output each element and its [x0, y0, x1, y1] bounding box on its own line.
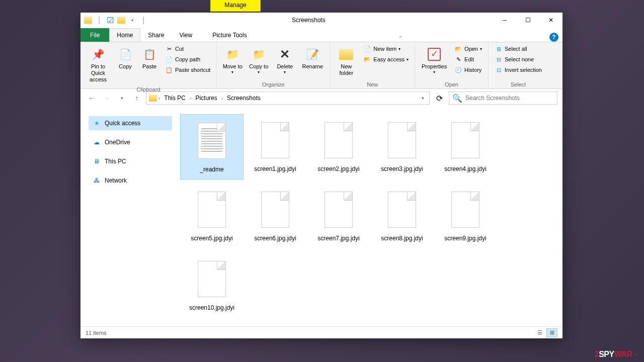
help-icon[interactable]: ?: [549, 33, 558, 42]
group-new-label: New: [334, 80, 411, 87]
window-controls: ─ ☐ ✕: [493, 13, 562, 28]
qat-dropdown-icon[interactable]: ▾: [128, 16, 137, 25]
file-label: screen1.jpg.jdyi: [254, 165, 296, 172]
group-open-label: Open: [419, 80, 484, 87]
file-item[interactable]: screen1.jpg.jdyi: [244, 114, 307, 179]
forward-button[interactable]: →: [101, 92, 113, 104]
file-item[interactable]: screen5.jpg.jdyi: [180, 184, 244, 249]
tab-view[interactable]: View: [172, 28, 200, 42]
crumb-screenshots[interactable]: Screenshots: [224, 94, 264, 103]
address-dropdown-icon[interactable]: ▾: [419, 96, 427, 101]
chevron-down-icon: ▾: [433, 70, 435, 75]
folder-icon: [84, 16, 93, 25]
delete-label: Delete: [277, 63, 293, 70]
search-box[interactable]: 🔍: [449, 92, 557, 105]
history-icon: 🕘: [454, 66, 462, 74]
delete-icon: ✕: [277, 46, 293, 62]
tab-file[interactable]: File: [80, 28, 109, 42]
icons-view-button[interactable]: ⊞: [546, 328, 557, 337]
minimize-button[interactable]: ─: [493, 13, 516, 28]
file-item[interactable]: screen3.jpg.jdyi: [370, 114, 434, 179]
ribbon-tabs: File Home Share View Picture Tools ⌃ ?: [80, 28, 562, 42]
chevron-right-icon[interactable]: ›: [190, 96, 191, 101]
nav-onedrive[interactable]: ☁ OneDrive: [89, 135, 172, 149]
rename-button[interactable]: 📝 Rename: [299, 44, 326, 72]
select-none-button[interactable]: ⊟Select none: [493, 55, 544, 64]
collapse-ribbon-icon[interactable]: ⌃: [396, 34, 405, 42]
paste-shortcut-button[interactable]: 📋Paste shortcut: [163, 65, 212, 74]
search-input[interactable]: [465, 95, 554, 102]
nav-network[interactable]: 🖧 Network: [89, 173, 172, 188]
copy-path-button[interactable]: 📄Copy path: [163, 55, 212, 64]
edit-icon: ✎: [454, 55, 462, 63]
edit-button[interactable]: ✎Edit: [452, 55, 484, 64]
folder-qat-icon[interactable]: [117, 16, 126, 25]
network-icon: 🖧: [93, 176, 101, 185]
chevron-right-icon[interactable]: ›: [221, 96, 223, 101]
tab-picture-tools[interactable]: Picture Tools: [205, 28, 254, 42]
properties-button[interactable]: ✓ Properties ▾: [419, 44, 449, 77]
file-label: screen5.jpg.jdyi: [191, 235, 232, 242]
address-bar[interactable]: › This PC › Pictures › Screenshots ▾: [146, 92, 430, 105]
properties-qat-icon[interactable]: ☑: [106, 16, 115, 25]
tab-home[interactable]: Home: [109, 28, 140, 42]
invert-selection-button[interactable]: ⊡Invert selection: [493, 65, 544, 74]
recent-locations-button[interactable]: ▾: [116, 92, 128, 104]
copy-path-icon: 📄: [165, 55, 173, 63]
cut-button[interactable]: ✂Cut: [163, 44, 212, 53]
crumb-pictures[interactable]: Pictures: [192, 94, 220, 103]
move-to-button[interactable]: 📁 Move to ▾: [221, 44, 244, 77]
new-item-button[interactable]: 📄New item ▾: [361, 44, 411, 53]
file-item[interactable]: screen8.jpg.jdyi: [370, 184, 434, 249]
close-button[interactable]: ✕: [539, 13, 562, 28]
select-none-icon: ⊟: [495, 55, 503, 63]
details-view-button[interactable]: ☰: [534, 328, 545, 337]
group-organize-label: Organize: [221, 80, 326, 87]
chevron-down-icon: ▾: [407, 57, 409, 62]
paste-button[interactable]: 📋 Paste: [139, 44, 160, 72]
easy-access-button[interactable]: 📂Easy access ▾: [361, 55, 411, 64]
rename-icon: 📝: [304, 46, 320, 62]
copy-to-button[interactable]: 📁 Copy to ▾: [247, 44, 270, 77]
tab-share[interactable]: Share: [140, 28, 172, 42]
pin-icon: 📌: [90, 46, 106, 62]
status-bar: 11 items ☰ ⊞: [80, 326, 562, 338]
file-item[interactable]: screen9.jpg.jdyi: [434, 184, 497, 249]
back-button[interactable]: ←: [86, 92, 98, 104]
quick-access-toolbar: | ☑ ▾ |: [80, 16, 151, 25]
blank-file-icon: [447, 187, 484, 233]
file-label: screen10.jpg.jdyi: [189, 304, 234, 311]
file-item[interactable]: screen10.jpg.jdyi: [180, 253, 244, 318]
open-button[interactable]: 📂Open ▾: [452, 44, 484, 53]
nav-this-pc[interactable]: 🖥 This PC: [89, 154, 172, 168]
file-item[interactable]: screen7.jpg.jdyi: [307, 184, 370, 249]
up-button[interactable]: ↑: [131, 92, 143, 104]
file-item[interactable]: screen2.jpg.jdyi: [307, 114, 370, 179]
easy-access-icon: 📂: [363, 55, 371, 63]
watermark: 2SPYWAR←: [595, 350, 640, 359]
chevron-down-icon: ▾: [480, 47, 482, 51]
chevron-down-icon: ▾: [231, 70, 233, 75]
new-folder-button[interactable]: New folder: [334, 44, 358, 78]
crumb-this-pc[interactable]: This PC: [161, 94, 189, 103]
file-item[interactable]: screen4.jpg.jdyi: [434, 114, 497, 179]
chevron-down-icon: ▾: [284, 70, 286, 75]
chevron-right-icon[interactable]: ›: [158, 96, 160, 101]
ribbon: 📌 Pin to Quick access 📄 Copy 📋 Paste ✂Cu…: [80, 42, 562, 89]
refresh-button[interactable]: ⟳: [433, 92, 446, 105]
new-folder-label: New folder: [335, 63, 357, 76]
copy-button[interactable]: 📄 Copy: [115, 44, 136, 72]
copy-icon: 📄: [117, 46, 133, 62]
delete-button[interactable]: ✕ Delete ▾: [273, 44, 296, 77]
properties-label: Properties: [422, 63, 447, 70]
file-item[interactable]: screen6.jpg.jdyi: [244, 184, 307, 249]
blank-file-icon: [320, 117, 357, 163]
blank-file-icon: [194, 256, 230, 302]
nav-quick-access[interactable]: ★ Quick access: [89, 116, 172, 130]
group-organize: 📁 Move to ▾ 📁 Copy to ▾ ✕ Delete ▾ 📝 Ren…: [217, 42, 330, 88]
file-item[interactable]: _readme: [180, 114, 244, 179]
select-all-button[interactable]: ⊞Select all: [493, 44, 544, 53]
maximize-button[interactable]: ☐: [516, 13, 539, 28]
history-button[interactable]: 🕘History: [452, 65, 484, 74]
pin-quick-access-button[interactable]: 📌 Pin to Quick access: [85, 44, 112, 85]
